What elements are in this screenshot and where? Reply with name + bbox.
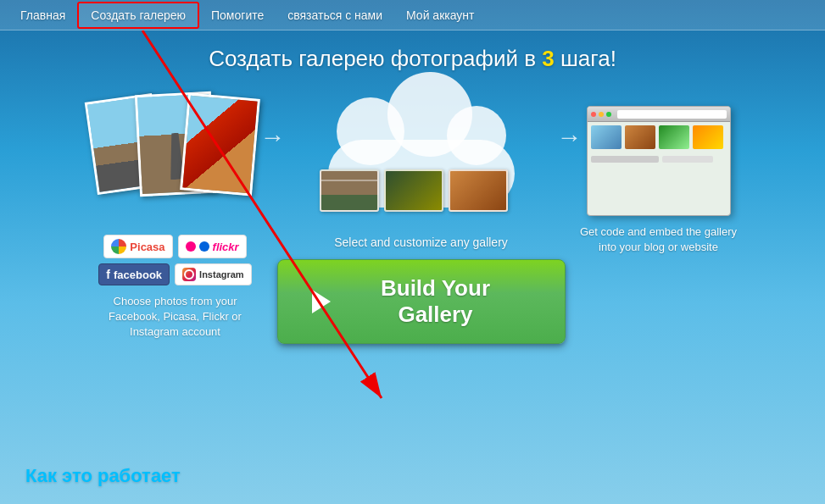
cloud-galleries [320,169,508,212]
play-icon [312,290,331,313]
flickr-dot2 [199,241,209,252]
center-section: Select and customize any gallery Build Y… [277,76,566,344]
gallery-thumb-2[interactable] [384,169,443,212]
picasa-icon [111,239,126,254]
nav-home[interactable]: Главная [8,3,77,27]
browser-text-line2 [662,156,713,163]
mini-photo-1 [591,125,622,149]
select-text: Select and customize any gallery [334,235,508,249]
nav-contact[interactable]: связаться с нами [276,3,394,27]
browser-dot-green [606,112,611,117]
build-gallery-button[interactable]: Build Your Gallery [277,259,566,344]
browser-dot-yellow [599,112,604,117]
mini-photo-3 [659,125,689,149]
nav-account[interactable]: Мой аккаунт [394,3,486,27]
photo-3 [180,93,260,197]
browser-dot-red [591,112,596,117]
facebook-f-icon: f [106,268,110,281]
build-gallery-label: Build Your Gallery [341,275,531,328]
social-logos: Picasa flickr f facebook Instagram [82,235,269,285]
mini-photo-2 [625,125,655,149]
browser-address-bar [617,110,727,119]
instagram-icon [182,268,196,281]
choose-text: Choose photos from your Facebook, Picasa… [91,294,260,341]
cloud-container [294,76,549,229]
right-section: Get code and embed the gallery into your… [574,106,744,255]
photos-stack [91,89,260,224]
flickr-logo[interactable]: flickr [178,235,247,258]
how-it-works[interactable]: Как это работает [25,465,181,487]
left-section: Picasa flickr f facebook Instagram Choos… [82,89,269,341]
flickr-dot1 [186,241,196,252]
main-content: Picasa flickr f facebook Instagram Choos… [0,72,825,352]
page-heading: Создать галерею фотографий в 3 шага! [0,46,825,72]
instagram-label: Instagram [199,269,244,280]
browser-mockup [587,106,731,216]
picasa-label: Picasa [130,241,164,253]
browser-text-line1 [591,156,659,163]
nav-create-gallery[interactable]: Создать галерею [77,2,199,29]
embed-text: Get code and embed the gallery into your… [578,224,739,255]
facebook-logo[interactable]: f facebook [98,263,170,285]
facebook-label: facebook [114,269,162,281]
navigation: Главная Создать галерею Помогите связать… [0,0,825,30]
flickr-label: flickr [213,241,239,253]
browser-content [588,122,730,166]
mini-photo-4 [693,125,723,149]
picasa-logo[interactable]: Picasa [103,235,172,258]
gallery-thumb-3[interactable] [449,169,508,212]
browser-bar [588,107,730,122]
instagram-logo[interactable]: Instagram [175,263,252,285]
nav-help[interactable]: Помогите [199,3,276,27]
gallery-thumb-1[interactable] [320,169,379,212]
